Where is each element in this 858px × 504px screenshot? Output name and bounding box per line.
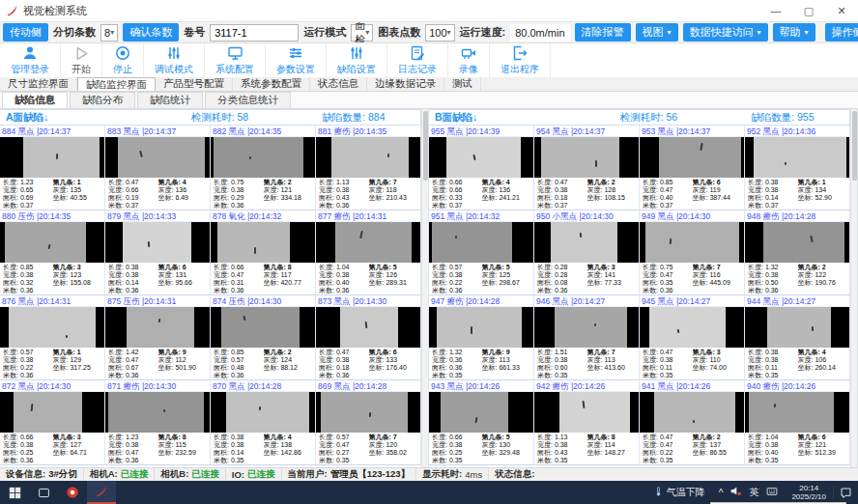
defect-image[interactable] [534,222,639,263]
defect-cell[interactable]: 873 黑点 |20:14:30长度: 0.47宽度: 0.38面积: 0.18… [316,295,421,380]
taskbar-app-icon[interactable] [58,481,87,504]
defect-cell[interactable]: 940 擦伤 |20:14:26长度: 1.04宽度: 0.38面积: 0.40… [745,380,850,465]
defect-cell[interactable]: 948 擦伤 |20:14:28长度: 1.32宽度: 0.38面积: 0.50… [745,210,850,295]
data-access-menu-button[interactable]: 数据快捷访问 ▾ [683,23,768,42]
defect-cell[interactable]: 871 擦伤 |20:14:30长度: 1.23宽度: 0.38面积: 0.47… [105,380,211,465]
sub-tab-1[interactable]: 缺陷分布 [70,92,135,108]
maximize-button[interactable]: ▢ [792,0,825,21]
keyboard-icon[interactable] [765,484,779,501]
main-tab-6[interactable]: 测试 [444,77,481,91]
defect-image[interactable] [211,392,315,433]
defect-image[interactable] [429,307,533,348]
drive-side-button[interactable]: 传动侧 [3,23,48,42]
defect-image[interactable] [640,137,744,178]
stop-button[interactable]: 停止 [102,43,144,77]
run-mode-select[interactable]: 双面检测 ▾ [351,24,373,42]
defect-cell[interactable]: 875 压伤 |20:14:31长度: 1.42宽度: 0.47面积: 0.67… [105,295,211,380]
start-button[interactable] [0,481,29,504]
scrollbar-thumb[interactable] [423,111,428,181]
main-tab-5[interactable]: 边缘数据记录 [367,77,444,91]
chart-points-select[interactable]: 100 ▾ [425,24,454,42]
sub-tab-0[interactable]: 缺陷信息 [2,92,68,108]
defect-cell[interactable]: 952 黑点 |20:14:36长度: 0.38宽度: 0.38面积: 0.14… [745,126,850,210]
defect-image[interactable] [745,137,849,178]
close-button[interactable]: ✕ [825,0,858,21]
defect-image[interactable] [640,307,744,348]
main-tab-3[interactable]: 系统参数配置 [233,77,310,91]
defect-image[interactable] [316,307,420,348]
defect-cell[interactable]: 944 黑点 |20:14:27长度: 0.38宽度: 0.38面积: 0.11… [745,295,850,380]
exit-button[interactable]: 退出程序 [490,43,551,77]
defect-image[interactable] [429,392,533,433]
record-video-button[interactable]: 录像 [448,43,490,77]
defect-image[interactable] [640,222,744,263]
defect-image[interactable] [534,307,639,348]
scrollbar-thumb[interactable] [852,111,857,181]
ime-indicator[interactable]: 英 [749,486,758,499]
defect-cell[interactable]: 884 黑点 |20:14:37长度: 1.23宽度: 0.65面积: 0.69… [0,126,105,210]
main-tab-1[interactable]: 缺陷监控界面 [77,77,156,91]
defect-cell[interactable]: 874 压伤 |20:14:30长度: 0.85宽度: 0.57面积: 0.48… [211,295,316,380]
defect-image[interactable] [0,137,104,178]
defect-cell[interactable]: 877 擦伤 |20:14:31长度: 1.04宽度: 0.38面积: 0.40… [316,210,421,295]
defect-image[interactable] [745,307,849,348]
defect-cell[interactable]: 883 黑点 |20:14:37长度: 0.47宽度: 0.66面积: 0.19… [105,126,211,210]
main-tab-0[interactable]: 尺寸监控界面 [0,77,77,91]
defect-image[interactable] [745,392,849,433]
defect-image[interactable] [105,307,210,348]
defect-cell[interactable]: 876 黑点 |20:14:31长度: 0.57宽度: 0.38面积: 0.22… [0,295,105,380]
defect-image[interactable] [316,137,420,178]
defect-cell[interactable]: 951 黑点 |20:14:32长度: 0.57宽度: 0.38面积: 0.22… [429,210,534,295]
defect-cell[interactable]: 882 黑点 |20:14:35长度: 0.75宽度: 0.38面积: 0.29… [211,126,316,210]
defect-cell[interactable]: 955 黑点 |20:14:39长度: 0.66宽度: 0.66面积: 0.33… [429,126,534,210]
help-menu-button[interactable]: 帮助 ▾ [773,23,815,42]
defect-cell[interactable]: 881 擦伤 |20:14:35长度: 1.13宽度: 0.38面积: 0.43… [316,126,421,210]
param-settings-button[interactable]: 参数设置 [266,43,327,77]
roll-no-input[interactable] [210,24,299,42]
defect-settings-button[interactable]: 缺陷设置 [327,43,387,77]
defect-cell[interactable]: 946 黑点 |20:14:27长度: 1.51宽度: 0.38面积: 0.60… [534,295,640,380]
defect-image[interactable] [0,307,104,348]
defect-cell[interactable]: 954 黑点 |20:14:37长度: 0.47宽度: 0.38面积: 0.18… [534,126,640,210]
defect-image[interactable] [0,392,104,433]
taskbar-active-app-icon[interactable] [87,481,116,504]
weather-widget[interactable]: 气温下降 [645,485,713,500]
defect-image[interactable] [105,392,210,433]
defect-cell[interactable]: 953 黑点 |20:14:37长度: 0.85宽度: 0.47面积: 0.40… [640,126,745,210]
taskbar-clock[interactable]: 20:14 2025/2/10 [785,484,833,501]
minimize-button[interactable]: — [759,0,792,21]
defect-cell[interactable]: 872 黑点 |20:14:30长度: 0.66宽度: 0.38面积: 0.25… [0,380,105,465]
main-tab-4[interactable]: 状态信息 [310,77,367,91]
confirm-count-button[interactable]: 确认条数 [123,23,179,42]
login-button[interactable]: 管理登录 [0,43,61,77]
defect-cell[interactable]: 942 擦伤 |20:14:26长度: 1.13宽度: 0.38面积: 0.43… [534,380,640,465]
defect-image[interactable] [316,222,420,263]
system-config-button[interactable]: 系统配置 [205,43,266,77]
defect-cell[interactable]: 949 黑点 |20:14:30长度: 0.75宽度: 0.47面积: 0.35… [640,210,745,295]
tray-expand-icon[interactable]: ^ [719,488,724,498]
defect-cell[interactable]: 870 黑点 |20:14:28长度: 0.38宽度: 0.38面积: 0.14… [211,380,316,465]
defect-image[interactable] [0,222,104,263]
speaker-muted-icon[interactable] [729,484,742,501]
scrollbar[interactable] [850,109,857,467]
defect-image[interactable] [211,137,315,178]
defect-image[interactable] [429,222,533,263]
view-menu-button[interactable]: 视图 ▾ [636,23,678,42]
log-record-button[interactable]: 日志记录 [387,43,448,77]
sub-tab-2[interactable]: 缺陷统计 [137,92,203,108]
start-button[interactable]: 开始 [61,43,102,77]
defect-image[interactable] [640,392,744,433]
defect-cell[interactable]: 869 黑点 |20:14:28长度: 0.57宽度: 0.47面积: 0.27… [316,380,421,465]
defect-image[interactable] [534,137,639,178]
defect-image[interactable] [429,137,533,178]
defect-cell[interactable]: 947 擦伤 |20:14:28长度: 1.32宽度: 0.36面积: 0.36… [429,295,534,380]
defect-cell[interactable]: 879 黑点 |20:14:33长度: 0.38宽度: 0.38面积: 0.14… [105,210,211,295]
operate-side-button[interactable]: 操作侧 [825,23,858,42]
scrollbar[interactable] [421,109,428,467]
defect-image[interactable] [211,222,315,263]
defect-image[interactable] [211,307,315,348]
defect-cell[interactable]: 945 黑点 |20:14:27长度: 0.47宽度: 0.38面积: 0.11… [640,295,745,380]
defect-cell[interactable]: 941 黑点 |20:14:26长度: 0.47宽度: 0.47面积: 0.22… [640,380,745,465]
slit-count-select[interactable]: 8 ▾ [100,24,118,42]
defect-cell[interactable]: 880 压伤 |20:14:35长度: 0.85宽度: 0.38面积: 0.32… [0,210,105,295]
